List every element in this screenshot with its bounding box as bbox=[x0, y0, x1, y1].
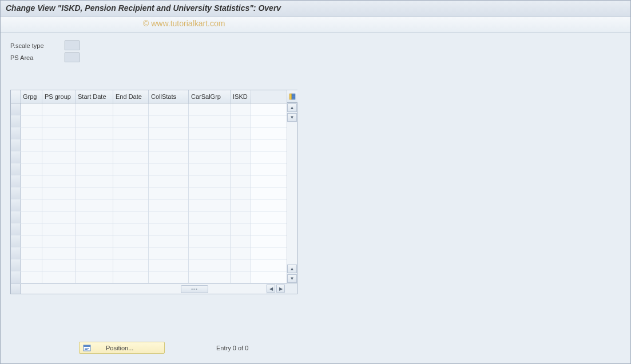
position-button[interactable]: Position... bbox=[79, 342, 165, 354]
cell-psgroup[interactable] bbox=[42, 175, 76, 187]
cell-startdate[interactable] bbox=[76, 151, 113, 163]
cell-collstats[interactable] bbox=[149, 115, 189, 127]
cell-collstats[interactable] bbox=[149, 103, 189, 115]
scroll-down-button[interactable]: ▼ bbox=[287, 113, 297, 122]
cell-collstats[interactable] bbox=[149, 199, 189, 211]
cell-collstats[interactable] bbox=[149, 211, 189, 223]
table-row[interactable] bbox=[11, 223, 287, 235]
cell-carsalgrp[interactable] bbox=[189, 247, 231, 259]
vertical-scroll-track[interactable] bbox=[287, 122, 297, 264]
cell-psgroup[interactable] bbox=[42, 223, 76, 235]
cell-startdate[interactable] bbox=[76, 187, 113, 199]
cell-enddate[interactable] bbox=[113, 211, 149, 223]
scroll-left-button[interactable]: ◀ bbox=[267, 285, 275, 293]
pscale-type-input[interactable] bbox=[65, 41, 80, 50]
cell-enddate[interactable] bbox=[113, 199, 149, 211]
column-header-iskd[interactable]: ISKD bbox=[231, 90, 251, 103]
cell-enddate[interactable] bbox=[113, 187, 149, 199]
row-selector[interactable] bbox=[11, 211, 21, 223]
cell-grpg[interactable] bbox=[21, 199, 42, 211]
cell-iskd[interactable] bbox=[231, 151, 251, 163]
cell-iskd[interactable] bbox=[231, 259, 251, 271]
horizontal-scroll-track[interactable]: ••• bbox=[21, 284, 266, 294]
cell-psgroup[interactable] bbox=[42, 139, 76, 151]
table-row[interactable] bbox=[11, 163, 287, 175]
scroll-up-bottom-button[interactable]: ▲ bbox=[287, 265, 297, 273]
cell-grpg[interactable] bbox=[21, 271, 42, 283]
row-selector[interactable] bbox=[11, 223, 21, 235]
row-selector[interactable] bbox=[11, 247, 21, 259]
cell-grpg[interactable] bbox=[21, 163, 42, 175]
cell-carsalgrp[interactable] bbox=[189, 259, 231, 271]
row-selector[interactable] bbox=[11, 103, 21, 115]
cell-grpg[interactable] bbox=[21, 115, 42, 127]
cell-enddate[interactable] bbox=[113, 139, 149, 151]
cell-psgroup[interactable] bbox=[42, 187, 76, 199]
cell-iskd[interactable] bbox=[231, 223, 251, 235]
cell-enddate[interactable] bbox=[113, 235, 149, 247]
row-selector[interactable] bbox=[11, 235, 21, 247]
cell-psgroup[interactable] bbox=[42, 271, 76, 283]
cell-startdate[interactable] bbox=[76, 211, 113, 223]
cell-grpg[interactable] bbox=[21, 187, 42, 199]
column-header-carsalgrp[interactable]: CarSalGrp bbox=[189, 90, 231, 103]
cell-startdate[interactable] bbox=[76, 271, 113, 283]
row-selector[interactable] bbox=[11, 163, 21, 175]
cell-startdate[interactable] bbox=[76, 247, 113, 259]
cell-carsalgrp[interactable] bbox=[189, 271, 231, 283]
horizontal-scroll-thumb[interactable]: ••• bbox=[181, 285, 208, 293]
row-selector[interactable] bbox=[11, 199, 21, 211]
cell-collstats[interactable] bbox=[149, 127, 189, 139]
table-config-button[interactable] bbox=[287, 90, 297, 103]
cell-grpg[interactable] bbox=[21, 235, 42, 247]
column-header-grpg[interactable]: Grpg bbox=[21, 90, 42, 103]
cell-enddate[interactable] bbox=[113, 223, 149, 235]
cell-startdate[interactable] bbox=[76, 199, 113, 211]
cell-collstats[interactable] bbox=[149, 151, 189, 163]
cell-iskd[interactable] bbox=[231, 211, 251, 223]
cell-grpg[interactable] bbox=[21, 223, 42, 235]
cell-psgroup[interactable] bbox=[42, 163, 76, 175]
cell-carsalgrp[interactable] bbox=[189, 223, 231, 235]
cell-grpg[interactable] bbox=[21, 139, 42, 151]
row-selector[interactable] bbox=[11, 127, 21, 139]
cell-iskd[interactable] bbox=[231, 235, 251, 247]
scroll-right-button[interactable]: ▶ bbox=[276, 285, 285, 293]
cell-enddate[interactable] bbox=[113, 151, 149, 163]
cell-enddate[interactable] bbox=[113, 103, 149, 115]
cell-psgroup[interactable] bbox=[42, 151, 76, 163]
cell-carsalgrp[interactable] bbox=[189, 199, 231, 211]
cell-collstats[interactable] bbox=[149, 271, 189, 283]
table-row[interactable] bbox=[11, 259, 287, 271]
cell-enddate[interactable] bbox=[113, 259, 149, 271]
cell-carsalgrp[interactable] bbox=[189, 103, 231, 115]
table-row[interactable] bbox=[11, 199, 287, 211]
cell-enddate[interactable] bbox=[113, 271, 149, 283]
cell-grpg[interactable] bbox=[21, 259, 42, 271]
table-row[interactable] bbox=[11, 271, 287, 283]
cell-iskd[interactable] bbox=[231, 175, 251, 187]
cell-startdate[interactable] bbox=[76, 103, 113, 115]
cell-enddate[interactable] bbox=[113, 247, 149, 259]
column-header-enddate[interactable]: End Date bbox=[113, 90, 149, 103]
column-header-collstats[interactable]: CollStats bbox=[149, 90, 189, 103]
scroll-down-bottom-button[interactable]: ▼ bbox=[287, 274, 297, 283]
cell-carsalgrp[interactable] bbox=[189, 139, 231, 151]
cell-startdate[interactable] bbox=[76, 175, 113, 187]
table-row[interactable] bbox=[11, 175, 287, 187]
cell-collstats[interactable] bbox=[149, 235, 189, 247]
cell-collstats[interactable] bbox=[149, 187, 189, 199]
cell-psgroup[interactable] bbox=[42, 235, 76, 247]
cell-grpg[interactable] bbox=[21, 175, 42, 187]
cell-psgroup[interactable] bbox=[42, 247, 76, 259]
ps-area-input[interactable] bbox=[65, 53, 80, 62]
row-selector[interactable] bbox=[11, 271, 21, 283]
cell-collstats[interactable] bbox=[149, 175, 189, 187]
cell-startdate[interactable] bbox=[76, 115, 113, 127]
cell-iskd[interactable] bbox=[231, 139, 251, 151]
cell-psgroup[interactable] bbox=[42, 259, 76, 271]
table-row[interactable] bbox=[11, 115, 287, 127]
cell-grpg[interactable] bbox=[21, 103, 42, 115]
cell-collstats[interactable] bbox=[149, 223, 189, 235]
scroll-up-button[interactable]: ▲ bbox=[287, 103, 297, 112]
